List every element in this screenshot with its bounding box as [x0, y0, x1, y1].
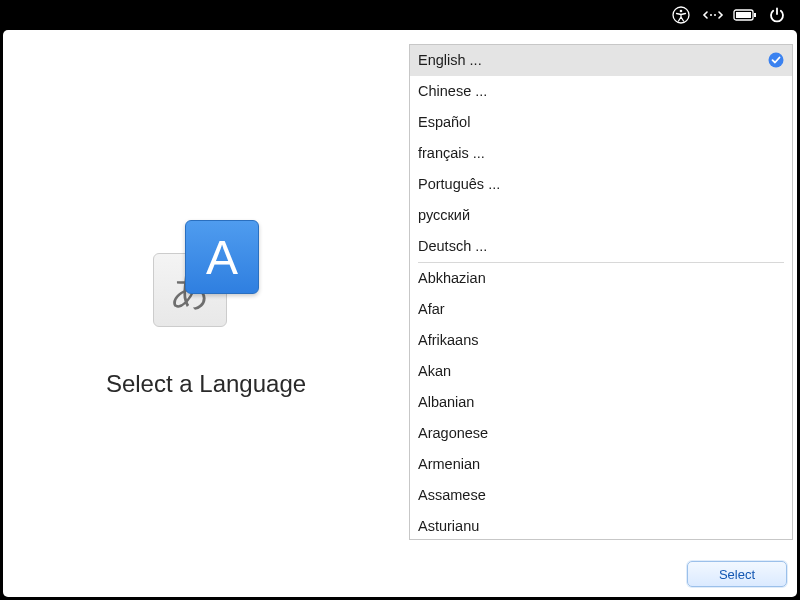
language-icon: あ A — [153, 220, 261, 328]
page-title: Select a Language — [3, 370, 409, 398]
checkmark-icon — [768, 52, 784, 68]
svg-point-3 — [714, 14, 716, 16]
voiceover-icon[interactable] — [700, 2, 726, 28]
svg-rect-5 — [736, 12, 751, 18]
language-row[interactable]: Português ... — [410, 169, 792, 200]
language-row[interactable]: Chinese ... — [410, 76, 792, 107]
svg-point-1 — [680, 10, 683, 13]
language-list[interactable]: English ...Chinese ...Españolfrançais ..… — [409, 44, 793, 540]
language-row[interactable]: English ... — [410, 45, 792, 76]
language-row[interactable]: Akan — [410, 356, 792, 387]
language-row[interactable]: Abkhazian — [410, 263, 792, 294]
battery-icon[interactable] — [732, 2, 758, 28]
accessibility-icon[interactable] — [668, 2, 694, 28]
language-row[interactable]: Afar — [410, 294, 792, 325]
power-icon[interactable] — [764, 2, 790, 28]
language-row[interactable]: русский — [410, 200, 792, 231]
menubar — [0, 0, 800, 30]
language-row[interactable]: Albanian — [410, 387, 792, 418]
language-row[interactable]: Asturianu — [410, 511, 792, 540]
svg-point-7 — [769, 53, 784, 68]
language-tile-front: A — [185, 220, 259, 294]
svg-rect-6 — [754, 13, 756, 17]
installer-window: あ A Select a Language English ...Chinese… — [3, 30, 797, 597]
language-row[interactable]: Deutsch ... — [410, 231, 792, 262]
language-row[interactable]: Español — [410, 107, 792, 138]
language-row[interactable]: Aragonese — [410, 418, 792, 449]
language-row[interactable]: Assamese — [410, 480, 792, 511]
svg-point-2 — [710, 14, 712, 16]
language-row[interactable]: Afrikaans — [410, 325, 792, 356]
select-button[interactable]: Select — [687, 561, 787, 587]
language-row[interactable]: Armenian — [410, 449, 792, 480]
language-row[interactable]: français ... — [410, 138, 792, 169]
